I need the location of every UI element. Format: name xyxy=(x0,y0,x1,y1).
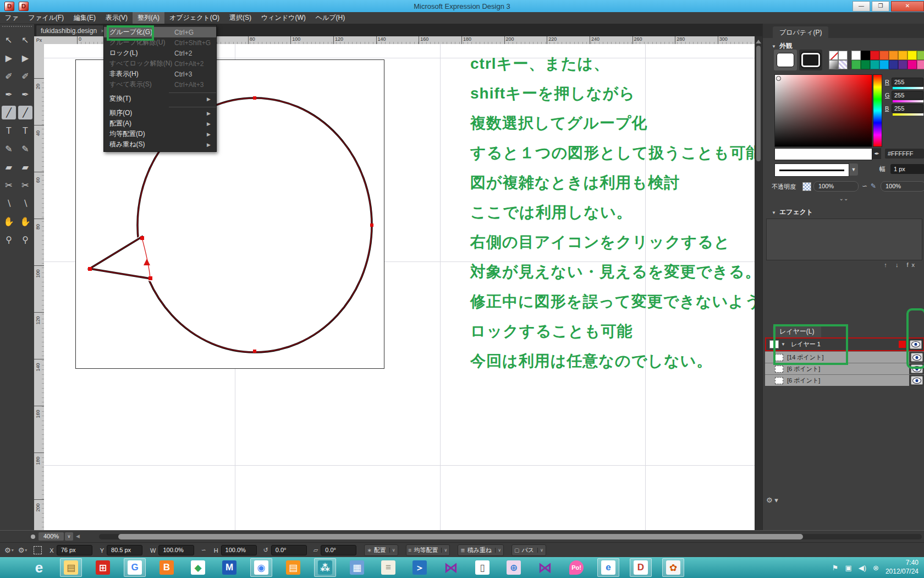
collapse-chevron-icon[interactable]: ⌄⌄ xyxy=(763,195,924,201)
action-flag-icon[interactable]: ⚑ xyxy=(832,564,839,572)
menu-bar-item[interactable]: 表示(V) xyxy=(101,12,133,24)
tool-eyedropper-icon[interactable]: ∖ xyxy=(2,197,16,210)
taskbar-paint-icon[interactable]: ✿ xyxy=(662,558,684,577)
tool-pen-icon[interactable]: ✒ xyxy=(2,88,16,101)
object-name[interactable]: [6 ポイント] xyxy=(787,365,820,373)
r-value-field[interactable]: 255 xyxy=(892,78,923,86)
arrange-menu-item[interactable] xyxy=(104,104,216,108)
tool-text-icon[interactable]: T xyxy=(2,124,16,138)
collapse-triangle-icon[interactable]: ▼ xyxy=(772,44,776,49)
button-caret-icon[interactable]: ∨ xyxy=(537,548,543,553)
fill-selector[interactable] xyxy=(774,50,797,70)
network-icon[interactable]: ▣ xyxy=(845,564,851,572)
arrange-menu-item[interactable]: 順序(O) ▶ xyxy=(104,108,216,118)
tool-eyedropper-icon[interactable]: ∖ xyxy=(18,197,32,210)
object-thumbnail[interactable] xyxy=(775,366,783,373)
distribute-button[interactable]: ≡ 均等配置 ∨ xyxy=(406,544,450,556)
tool-paintbrush-icon[interactable]: ✐ xyxy=(2,69,16,83)
scroll-left-arrow-icon[interactable]: ◀ xyxy=(76,533,80,539)
menu-bar-item[interactable]: 整列(A) xyxy=(133,12,164,24)
tool-selection-icon[interactable]: ↖ xyxy=(18,33,32,47)
b-value-field[interactable]: 255 xyxy=(892,104,923,113)
tool-text-icon[interactable]: T xyxy=(18,124,32,138)
arrange-menu-item[interactable]: すべて表示(S) Ctrl+Alt+3 xyxy=(104,79,216,90)
taskbar-orange-window-app-icon[interactable]: ▤ xyxy=(283,559,304,576)
button-caret-icon[interactable]: ∨ xyxy=(495,548,501,553)
taskbar-movie-app-icon[interactable]: M xyxy=(219,559,240,576)
skew-field[interactable]: 0.0° xyxy=(321,545,356,555)
scroll-up-arrow-icon[interactable] xyxy=(756,40,761,43)
arrange-menu-item[interactable]: ロック(L) Ctrl+2 xyxy=(104,48,216,58)
options-gear-icon-2[interactable]: ⚙ xyxy=(18,546,25,554)
h-field[interactable]: 100.0% xyxy=(221,545,257,555)
tool-scissors-icon[interactable]: ✂ xyxy=(18,178,32,192)
toolbox-grip[interactable] xyxy=(2,26,32,31)
color-swatch[interactable] xyxy=(917,51,924,60)
arrange-menu-item[interactable]: 非表示(H) Ctrl+3 xyxy=(104,69,216,79)
stroke-opacity-field[interactable]: 100% xyxy=(881,181,924,192)
g-gradient-strip[interactable] xyxy=(893,100,923,102)
fill-opacity-field[interactable]: 100% xyxy=(813,181,859,192)
taskbar-display-settings-icon[interactable]: ▦ xyxy=(346,559,367,576)
object-name[interactable]: [6 ポイント] xyxy=(787,377,820,385)
tool-pencil-icon[interactable]: ✎ xyxy=(2,142,16,156)
color-picker-field[interactable] xyxy=(774,74,872,147)
r-gradient-strip[interactable] xyxy=(893,87,923,89)
tool-line-icon[interactable]: ╱ xyxy=(18,106,32,119)
stroke-style-dropdown[interactable] xyxy=(774,163,849,177)
arrange-menu-item[interactable] xyxy=(104,90,216,94)
arrange-menu-item[interactable]: すべてロック解除(N) Ctrl+Alt+2 xyxy=(104,58,216,69)
taskbar-blogger-icon[interactable]: B xyxy=(156,559,177,576)
y-field[interactable]: 80.5 px xyxy=(107,545,142,555)
link-wh-icon[interactable]: ∽ xyxy=(201,547,206,554)
horizontal-scrollbar-thumb[interactable] xyxy=(118,534,803,539)
tool-selection-icon[interactable]: ↖ xyxy=(2,33,16,47)
document-tab[interactable]: fukidashibig.design × xyxy=(36,25,109,36)
color-swatch[interactable] xyxy=(908,60,917,69)
tool-zoom-icon[interactable]: ⚲ xyxy=(2,233,16,247)
menu-bar-item[interactable]: 編集(E) xyxy=(69,12,101,24)
taskbar-globe-app-icon[interactable]: ⊕ xyxy=(503,559,524,576)
taskbar-google-drive-icon[interactable]: ◆ xyxy=(188,559,208,576)
scrollbar-thumb[interactable] xyxy=(756,46,761,161)
tool-hand-icon[interactable]: ✋ xyxy=(2,215,16,228)
hue-slider[interactable] xyxy=(873,74,882,147)
color-swatch[interactable] xyxy=(879,51,889,60)
minimize-button[interactable]: — xyxy=(853,1,870,12)
arrange-menu-item[interactable]: 均等配置(D) ▶ xyxy=(104,129,216,139)
stroke-width-field[interactable]: 1 px xyxy=(890,164,924,174)
color-picker-marker[interactable] xyxy=(776,76,781,81)
stroke-selector[interactable] xyxy=(799,50,822,70)
tool-eraser-icon[interactable]: ▰ xyxy=(18,160,32,174)
close-button[interactable]: ✕ xyxy=(891,1,924,12)
taskbar-clock[interactable]: 7:40 2012/07/24 xyxy=(886,559,919,576)
color-swatch[interactable] xyxy=(870,51,879,60)
color-swatch[interactable] xyxy=(908,51,917,60)
taskbar-visual-studio-2-icon[interactable]: ⋈ xyxy=(535,559,556,576)
effects-section-header[interactable]: ▼エフェクト xyxy=(763,204,813,219)
w-field[interactable]: 100.0% xyxy=(158,545,194,555)
taskbar-expression-design-icon[interactable]: D xyxy=(630,558,652,577)
taskbar-google-search-icon[interactable]: G xyxy=(124,558,146,577)
layers-options-gear-icon[interactable]: ⚙ ▾ xyxy=(766,496,778,504)
color-swatch[interactable] xyxy=(851,60,861,69)
collapse-triangle-icon[interactable]: ▼ xyxy=(772,210,776,215)
link-icon[interactable]: ∽ xyxy=(862,182,867,190)
color-swatch[interactable] xyxy=(898,51,908,60)
tool-direct-selection-icon[interactable]: ▶ xyxy=(2,51,16,65)
taskbar-chrome-icon[interactable]: ◉ xyxy=(250,558,272,577)
taskbar-phone-emulator-icon[interactable]: ▯ xyxy=(472,559,493,576)
menu-bar-item[interactable]: ヘルプ(H) xyxy=(311,12,350,24)
white-swatch[interactable] xyxy=(838,51,848,60)
zoom-level-field[interactable]: 400% xyxy=(38,532,64,541)
menu-bar-item[interactable]: ファイル(F) xyxy=(24,12,69,24)
taskbar-po-app-icon[interactable]: Po! xyxy=(566,559,587,576)
g-value-field[interactable]: 255 xyxy=(892,91,923,100)
effects-toolbar-icons[interactable]: ↑ ↓ fx xyxy=(763,261,918,268)
color-swatch[interactable] xyxy=(917,60,924,69)
eyedropper-icon[interactable]: ✒ xyxy=(872,148,881,159)
b-gradient-strip[interactable] xyxy=(893,113,923,116)
button-caret-icon[interactable]: ∨ xyxy=(441,548,447,553)
color-swatch[interactable] xyxy=(889,51,898,60)
layer-object-row[interactable]: [6 ポイント] xyxy=(765,374,924,386)
